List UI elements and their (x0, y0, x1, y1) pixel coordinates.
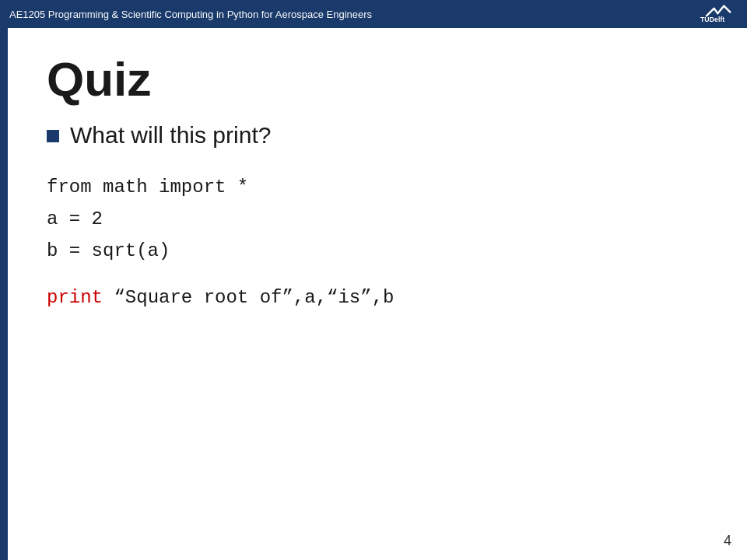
tudelft-logo-icon: TUDelft (700, 3, 738, 25)
svg-text:TUDelft: TUDelft (700, 16, 724, 23)
code-print-args: “Square root of”,a,“is”,b (103, 287, 394, 308)
bullet-text: What will this print? (70, 122, 271, 149)
code-line-3: b = sqrt(a) (47, 236, 700, 268)
code-line-empty (47, 267, 700, 282)
header-bar: AE1205 Programming & Scientific Computin… (0, 0, 747, 28)
code-line-2: a = 2 (47, 204, 700, 236)
logo-area: TUDelft (700, 3, 738, 25)
bullet-item: What will this print? (47, 122, 700, 149)
page-number: 4 (724, 533, 731, 549)
code-line-print: print “Square root of”,a,“is”,b (47, 282, 700, 314)
header-title: AE1205 Programming & Scientific Computin… (9, 9, 372, 20)
slide-title: Quiz (47, 51, 700, 107)
code-line-1: from math import * (47, 172, 700, 204)
code-block: from math import * a = 2 b = sqrt(a) pri… (47, 172, 700, 314)
bullet-square-icon (47, 130, 59, 142)
slide-content: Quiz What will this print? from math imp… (0, 28, 747, 330)
keyword-print: print (47, 287, 103, 308)
